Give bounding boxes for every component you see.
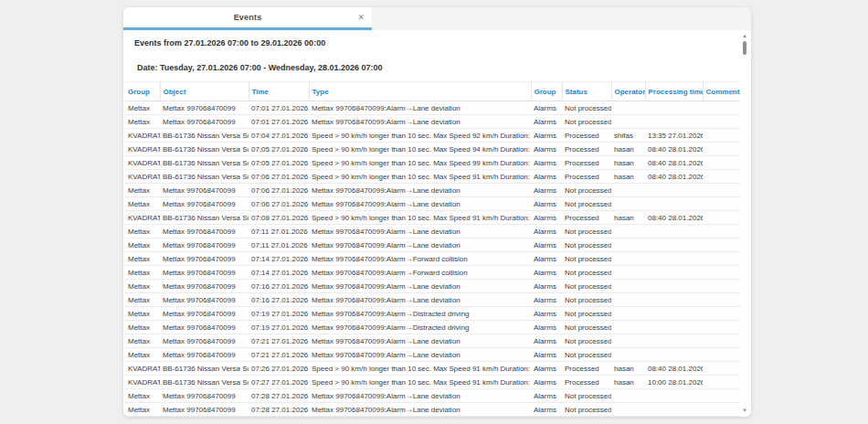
cell-comments	[703, 225, 740, 238]
cell-group: Alarms	[531, 307, 562, 321]
column-header-operator[interactable]: Operator	[611, 82, 645, 101]
cell-type: Mettax 997068470099:Alarm→Lane deviation	[309, 403, 531, 417]
cell-time: 07:28 27.01.2026	[249, 403, 309, 417]
cell-group: Alarms	[531, 348, 562, 362]
cell-group: Alarms	[531, 143, 562, 156]
scrollbar-up-icon[interactable]: ▲	[741, 32, 748, 39]
cell-status: Processed	[562, 362, 611, 376]
cell-time: 07:19 27.01.2026	[249, 307, 309, 321]
table-row[interactable]: MettaxMettax 99706847009907:28 27.01.202…	[125, 403, 740, 417]
cell-status: Processed	[562, 211, 611, 225]
cell-status: Not processed	[562, 184, 611, 197]
cell-group: Alarms	[531, 266, 562, 280]
table-row[interactable]: MettaxMettax 99706847009907:11 27.01.202…	[125, 225, 740, 238]
cell-group: Alarms	[531, 184, 562, 197]
cell-object: BB-61736 Nissan Versa Sohail	[160, 170, 249, 184]
table-row[interactable]: KVADRATBB-61736 Nissan Versa Sohail07:26…	[125, 362, 740, 376]
cell-group: Alarms	[531, 115, 562, 129]
table-row[interactable]: KVADRATBB-61736 Nissan Versa Sohail07:06…	[125, 170, 740, 184]
cell-time: 07:04 27.01.2026	[249, 129, 309, 143]
cell-group: KVADRAT	[125, 376, 160, 389]
scrollbar-down-icon[interactable]: ▼	[741, 407, 748, 414]
cell-operator	[611, 238, 645, 252]
cell-type: Speed > 90 km/h longer than 10 sec. Max …	[309, 211, 531, 225]
table-row[interactable]: MettaxMettax 99706847009907:21 27.01.202…	[125, 334, 740, 348]
cell-object: Mettax 997068470099	[160, 348, 249, 362]
cell-group: Alarms	[531, 238, 562, 252]
cell-type: Speed > 90 km/h longer than 10 sec. Max …	[309, 156, 531, 170]
column-header-group[interactable]: Group	[531, 82, 562, 101]
cell-processing-time	[645, 266, 703, 280]
cell-type: Mettax 997068470099:Alarm→Distracted dri…	[309, 307, 531, 321]
events-content: Events from 27.01.2026 07:00 to 29.01.20…	[123, 30, 751, 417]
table-row[interactable]: MettaxMettax 99706847009907:16 27.01.202…	[125, 280, 740, 293]
cell-time: 07:01 27.01.2026	[249, 101, 309, 115]
cell-object: BB-61736 Nissan Versa Sohail	[160, 211, 249, 225]
cell-comments	[703, 362, 740, 376]
cell-status: Processed	[562, 156, 611, 170]
events-dialog: Events ✕ Events from 27.01.2026 07:00 to…	[123, 7, 751, 417]
cell-group: Alarms	[531, 101, 562, 115]
table-row[interactable]: KVADRATBB-61736 Nissan Versa Sohail07:27…	[125, 376, 740, 389]
cell-group: Mettax	[125, 115, 160, 129]
table-row[interactable]: MettaxMettax 99706847009907:01 27.01.202…	[125, 101, 740, 115]
table-row[interactable]: MettaxMettax 99706847009907:11 27.01.202…	[125, 238, 740, 252]
cell-time: 07:21 27.01.2026	[249, 348, 309, 362]
column-header-status[interactable]: Status	[562, 82, 611, 101]
table-row[interactable]: KVADRATBB-61736 Nissan Versa Sohail07:05…	[125, 156, 740, 170]
cell-status: Processed	[562, 170, 611, 184]
table-row[interactable]: MettaxMettax 99706847009907:14 27.01.202…	[125, 252, 740, 266]
table-row[interactable]: MettaxMettax 99706847009907:16 27.01.202…	[125, 293, 740, 307]
cell-object: Mettax 997068470099	[160, 238, 249, 252]
cell-processing-time	[645, 403, 703, 417]
table-row[interactable]: KVADRATBB-61736 Nissan Versa Sohail07:05…	[125, 143, 740, 156]
cell-operator: hasan	[611, 362, 645, 376]
cell-time: 07:05 27.01.2026	[249, 143, 309, 156]
cell-type: Mettax 997068470099:Alarm→Lane deviation	[309, 101, 531, 115]
cell-comments	[703, 293, 740, 307]
cell-type: Speed > 90 km/h longer than 10 sec. Max …	[309, 143, 531, 156]
cell-comments	[703, 348, 740, 362]
cell-object: Mettax 997068470099	[160, 293, 249, 307]
table-row[interactable]: MettaxMettax 99706847009907:28 27.01.202…	[125, 389, 740, 403]
cell-status: Not processed	[562, 197, 611, 211]
cell-processing-time	[645, 321, 703, 334]
close-icon[interactable]: ✕	[355, 12, 366, 24]
table-row[interactable]: MettaxMettax 99706847009907:01 27.01.202…	[125, 115, 740, 129]
table-row[interactable]: MettaxMettax 99706847009907:19 27.01.202…	[125, 321, 740, 334]
column-header-group[interactable]: Group	[125, 82, 160, 101]
table-row[interactable]: MettaxMettax 99706847009907:06 27.01.202…	[125, 184, 740, 197]
column-header-object[interactable]: Object	[160, 82, 249, 101]
events-range-heading: Events from 27.01.2026 07:00 to 29.01.20…	[134, 38, 751, 48]
cell-group: Alarms	[531, 170, 562, 184]
cell-type: Mettax 997068470099:Alarm→Lane deviation	[309, 293, 531, 307]
table-row[interactable]: MettaxMettax 99706847009907:19 27.01.202…	[125, 307, 740, 321]
table-row[interactable]: KVADRATBB-61736 Nissan Versa Sohail07:08…	[125, 211, 740, 225]
cell-group: KVADRAT	[125, 156, 160, 170]
cell-comments	[703, 266, 740, 280]
vertical-scrollbar[interactable]: ▲ ▼	[741, 32, 748, 414]
cell-operator	[611, 197, 645, 211]
cell-group: Mettax	[125, 252, 160, 266]
table-row[interactable]: MettaxMettax 99706847009907:06 27.01.202…	[125, 197, 740, 211]
cell-time: 07:21 27.01.2026	[249, 334, 309, 348]
cell-comments	[703, 252, 740, 266]
tab-events[interactable]: Events ✕	[123, 7, 372, 30]
cell-object: Mettax 997068470099	[160, 197, 249, 211]
scrollbar-thumb[interactable]	[743, 41, 746, 55]
cell-group: Mettax	[125, 389, 160, 403]
cell-status: Not processed	[562, 252, 611, 266]
cell-operator: hasan	[611, 156, 645, 170]
table-row[interactable]: KVADRATBB-61736 Nissan Versa Sohail07:04…	[125, 129, 740, 143]
cell-processing-time	[645, 115, 703, 129]
column-header-processing-time[interactable]: Processing time	[645, 82, 703, 101]
cell-group: Mettax	[125, 334, 160, 348]
column-header-time[interactable]: Time	[249, 82, 309, 101]
cell-comments	[703, 376, 740, 389]
events-date-heading: Date: Tuesday, 27.01.2026 07:00 - Wednes…	[137, 63, 751, 72]
column-header-comments[interactable]: Comments	[703, 82, 740, 101]
column-header-type[interactable]: Type	[309, 82, 531, 101]
table-row[interactable]: MettaxMettax 99706847009907:14 27.01.202…	[125, 266, 740, 280]
table-row[interactable]: MettaxMettax 99706847009907:21 27.01.202…	[125, 348, 740, 362]
cell-processing-time: 08:40 28.01.2026	[645, 362, 703, 376]
